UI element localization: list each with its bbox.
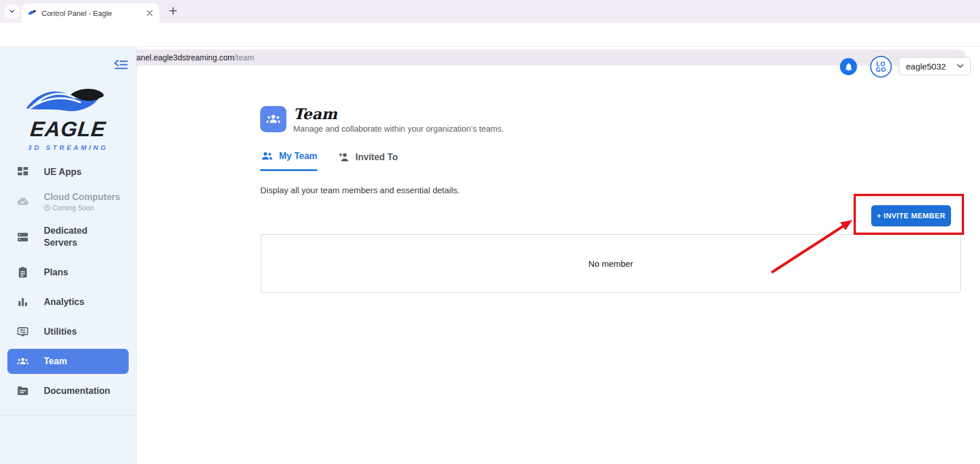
avatar-text-bottom: GO bbox=[876, 67, 886, 72]
org-logo-avatar[interactable]: LO GO bbox=[870, 56, 892, 78]
sidebar-item-label: UE Apps bbox=[44, 166, 81, 178]
page-subtitle: Manage and collaborate within your organ… bbox=[293, 124, 504, 133]
account-dropdown[interactable]: eagle5032 bbox=[899, 57, 971, 75]
sidebar-item-ue-apps[interactable]: UE Apps bbox=[0, 157, 136, 187]
grid-icon bbox=[16, 165, 30, 179]
people-icon bbox=[16, 355, 30, 368]
page-header: Team Manage and collaborate within your … bbox=[260, 106, 504, 133]
sidebar-item-label: Cloud Computers bbox=[44, 192, 120, 202]
tab-close-icon[interactable] bbox=[145, 8, 155, 18]
sidebar-item-label: Dedicated Servers bbox=[44, 225, 106, 249]
cloud-icon bbox=[16, 195, 30, 209]
url-path: /team bbox=[234, 53, 254, 62]
bell-icon bbox=[844, 62, 854, 72]
folder-icon bbox=[16, 384, 30, 398]
invite-member-button[interactable]: + INVITE MEMBER bbox=[871, 205, 951, 226]
page-description: Display all your team members and essent… bbox=[260, 185, 460, 195]
sidebar-item-team[interactable]: Team bbox=[7, 349, 129, 374]
server-icon bbox=[16, 230, 30, 244]
eagle-logo-graphic-icon bbox=[22, 84, 115, 117]
team-members-table: No member bbox=[261, 234, 961, 293]
tab-invited-to[interactable]: Invited To bbox=[337, 149, 397, 171]
sidebar-item-dedicated-servers[interactable]: Dedicated Servers bbox=[0, 217, 136, 258]
team-tabs: My Team Invited To bbox=[260, 149, 398, 171]
monitor-icon bbox=[16, 325, 30, 339]
sidebar-item-utilities[interactable]: Utilities bbox=[0, 317, 136, 347]
tab-title: Control Panel - Eagle bbox=[42, 9, 145, 18]
page-title: Team bbox=[293, 106, 504, 122]
bar-chart-icon bbox=[16, 295, 30, 309]
sidebar-collapse-button[interactable] bbox=[113, 58, 129, 74]
tab-label: Invited To bbox=[355, 152, 397, 162]
sidebar: EAGLE 3D STREAMING UE Apps Cloud Compute… bbox=[0, 47, 137, 464]
sidebar-item-cloud-computers[interactable]: Cloud Computers Coming Soon bbox=[0, 187, 136, 217]
sidebar-item-label: Team bbox=[44, 356, 67, 368]
sidebar-item-label: Utilities bbox=[44, 326, 77, 338]
sidebar-item-label: Analytics bbox=[44, 296, 84, 308]
sidebar-item-plans[interactable]: Plans bbox=[0, 258, 136, 287]
tab-search-button[interactable] bbox=[5, 5, 19, 19]
sidebar-divider bbox=[0, 415, 136, 416]
coming-soon-badge: Coming Soon bbox=[44, 204, 120, 212]
browser-tab[interactable]: Control Panel - Eagle bbox=[22, 3, 159, 23]
person-add-icon bbox=[337, 150, 350, 164]
empty-state-text: No member bbox=[588, 259, 633, 268]
new-tab-button[interactable] bbox=[166, 5, 180, 19]
address-bar[interactable]: newcontrolpanel.eagle3dstreaming.com/tea… bbox=[71, 50, 966, 66]
caret-down-icon bbox=[957, 64, 963, 68]
sidebar-item-label: Plans bbox=[44, 267, 68, 279]
clipboard-icon bbox=[16, 266, 30, 279]
eagle-logo: EAGLE 3D STREAMING bbox=[0, 84, 136, 151]
chevron-down-icon bbox=[9, 7, 15, 17]
sidebar-item-documentation[interactable]: Documentation bbox=[0, 376, 136, 406]
collapse-sidebar-icon bbox=[113, 58, 129, 72]
browser-tabstrip: Control Panel - Eagle bbox=[0, 0, 980, 23]
notifications-button[interactable] bbox=[840, 58, 857, 75]
logo-subtitle: 3D STREAMING bbox=[0, 144, 136, 151]
sidebar-nav: UE Apps Cloud Computers Coming Soon De bbox=[0, 157, 136, 406]
tab-my-team[interactable]: My Team bbox=[260, 149, 317, 171]
browser-toolbar: newcontrolpanel.eagle3dstreaming.com/tea… bbox=[0, 23, 980, 47]
coming-soon-label: Coming Soon bbox=[52, 204, 94, 212]
favicon-eagle-icon bbox=[27, 9, 37, 17]
logo-title: EAGLE bbox=[0, 117, 137, 141]
team-page-icon bbox=[260, 106, 286, 132]
account-label: eagle5032 bbox=[906, 62, 946, 71]
people-icon bbox=[265, 111, 281, 127]
people-icon bbox=[260, 149, 274, 163]
tab-label: My Team bbox=[279, 151, 317, 161]
page-header-text: Team Manage and collaborate within your … bbox=[293, 106, 504, 133]
clock-icon bbox=[44, 205, 50, 211]
sidebar-item-analytics[interactable]: Analytics bbox=[0, 287, 136, 317]
sidebar-item-label: Documentation bbox=[44, 385, 106, 397]
plus-icon bbox=[169, 7, 177, 17]
